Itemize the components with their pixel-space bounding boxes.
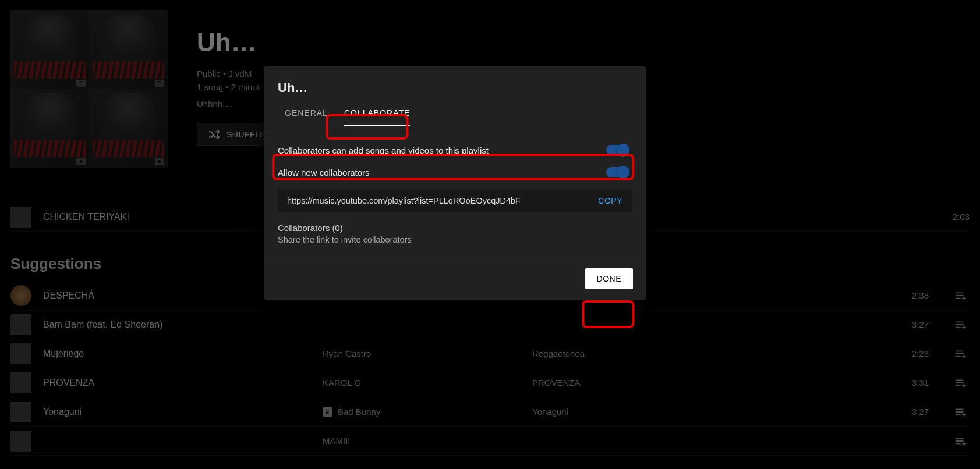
toggle-row-new-collaborators: Allow new collaborators [278,161,632,183]
modal-footer: DONE [264,260,646,300]
collaborators-hint: Share the link to invite collaborators [278,235,632,244]
toggle-label-new-collaborators: Allow new collaborators [278,168,370,177]
modal-body: Collaborators can add songs and videos t… [264,126,646,260]
tab-collaborate[interactable]: COLLABORATE [344,108,410,126]
share-link-box: https://music.youtube.com/playlist?list=… [278,189,632,212]
toggle-label-add-songs: Collaborators can add songs and videos t… [278,145,489,155]
share-url[interactable]: https://music.youtube.com/playlist?list=… [287,196,598,205]
modal-tabs: GENERAL COLLABORATE [264,95,646,126]
collaborate-modal: Uh… GENERAL COLLABORATE Collaborators ca… [264,66,646,300]
toggle-new-collaborators[interactable] [606,167,628,177]
modal-header: Uh… [264,66,646,95]
copy-button[interactable]: COPY [598,196,622,205]
collaborators-count-label: Collaborators (0) [278,223,632,233]
toggle-add-songs[interactable] [606,145,628,155]
done-button[interactable]: DONE [585,268,633,289]
toggle-row-add-songs: Collaborators can add songs and videos t… [278,139,632,161]
modal-title: Uh… [278,80,632,95]
tab-general[interactable]: GENERAL [285,108,328,126]
